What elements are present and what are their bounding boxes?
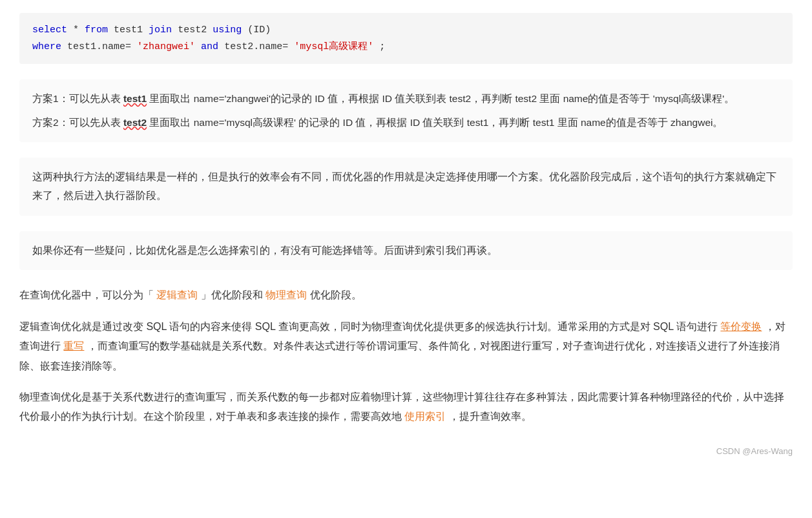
use-index-link: 使用索引	[404, 411, 446, 422]
physical-query-link: 物理查询	[265, 289, 307, 300]
keyword-where: where	[32, 41, 61, 52]
optimizer-text: 这两种执行方法的逻辑结果是一样的，但是执行的效率会有不同，而优化器的作用就是决定…	[32, 168, 780, 205]
paragraph-physical-optimization: 物理查询优化是基于关系代数进行的查询重写，而关系代数的每一步都对应着物理计算，这…	[19, 388, 793, 427]
explanation-block: 方案1：可以先从表 test1 里面取出 name='zhangwei'的记录的…	[19, 79, 793, 142]
logical-query-link: 逻辑查询	[156, 289, 198, 300]
plan2-text: 方案2：可以先从表 test2 里面取出 name='mysql高级课程' 的记…	[32, 114, 780, 132]
plan1-text: 方案1：可以先从表 test1 里面取出 name='zhangwei'的记录的…	[32, 90, 780, 109]
keyword-join: join	[149, 25, 172, 36]
keyword-select: select	[32, 25, 67, 36]
rewrite-link: 重写	[63, 340, 84, 351]
paragraph-logical-optimization: 逻辑查询优化就是通过改变 SQL 语句的内容来使得 SQL 查询更高效，同时为物…	[19, 317, 793, 376]
code-block: select * from test1 join test2 using (ID…	[19, 13, 793, 64]
paragraph-optimizer: 这两种执行方法的逻辑结果是一样的，但是执行的效率会有不同，而优化器的作用就是决定…	[19, 158, 793, 215]
equivalent-transform-link: 等价变换	[720, 321, 762, 332]
keyword-using: using	[213, 25, 242, 36]
code-line-2: where test1.name= 'zhangwei' and test2.n…	[32, 39, 780, 56]
keyword-and: and	[201, 41, 218, 52]
index-question-text: 如果你还有一些疑问，比如优化器是怎么选择索引的，有没有可能选择错等。后面讲到索引…	[32, 242, 780, 260]
keyword-from: from	[85, 25, 108, 36]
table-test1-ref: test1	[123, 93, 147, 104]
footer-credit: CSDN @Ares-Wang	[19, 446, 793, 456]
paragraph-index-question: 如果你还有一些疑问，比如优化器是怎么选择索引的，有没有可能选择错等。后面讲到索引…	[19, 231, 793, 271]
paragraph-query-types: 在查询优化器中，可以分为「 逻辑查询 」优化阶段和 物理查询 优化阶段。	[19, 285, 793, 305]
code-line-1: select * from test1 join test2 using (ID…	[32, 22, 780, 39]
string-zhangwei: 'zhangwei'	[137, 41, 195, 52]
string-mysql: 'mysql高级课程'	[294, 41, 373, 52]
table-test2-ref: test2	[123, 117, 147, 128]
